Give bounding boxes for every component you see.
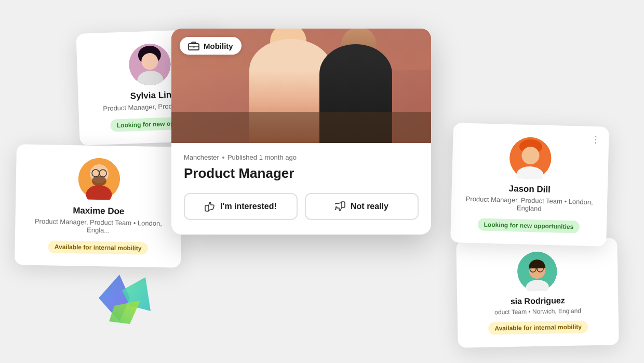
- photo-table: [171, 112, 431, 143]
- jason-menu-dots[interactable]: ⋮: [591, 134, 601, 145]
- jason-avatar: [509, 137, 552, 179]
- card-jason: ⋮ Jason Dill Product Manager, Product Te…: [450, 123, 609, 247]
- card-sofia: sia Rodriguez oduct Team • Norwich, Engl…: [456, 238, 619, 347]
- sylvia-avatar: [128, 43, 171, 86]
- maxime-badge-wrap: Available for internal mobility: [27, 240, 168, 255]
- svg-rect-16: [193, 46, 195, 48]
- sofia-title: oduct Team • Norwich, England: [470, 307, 606, 317]
- thumbs-up-icon: [205, 201, 215, 212]
- maxime-badge: Available for internal mobility: [48, 240, 148, 254]
- mobility-badge: Mobility: [180, 37, 242, 55]
- main-card: Mobility Manchester Published 1 month ag…: [171, 29, 431, 235]
- jason-avatar-wrap: [464, 136, 596, 181]
- maxime-avatar: [78, 158, 120, 200]
- jason-badge: Looking for new opportunities: [477, 218, 580, 233]
- sofia-badge: Available for internal mobility: [488, 320, 588, 334]
- crystal-logo: [93, 264, 161, 332]
- main-card-body: Manchester Published 1 month ago Product…: [171, 143, 431, 235]
- jason-title: Product Manager, Product Team • London, …: [464, 195, 595, 214]
- scene: ⋮ Sylvia Lin Product Manager, Product Te…: [0, 0, 644, 363]
- main-card-meta: Manchester Published 1 month ago: [184, 153, 419, 161]
- maxime-name: Maxime Doe: [28, 205, 169, 218]
- sofia-name: sia Rodriguez: [469, 295, 606, 307]
- maxime-avatar-wrap: [28, 157, 170, 201]
- action-buttons: I'm interested! Not really: [184, 193, 419, 220]
- main-card-image: Mobility: [171, 29, 431, 143]
- not-really-button[interactable]: Not really: [305, 193, 419, 220]
- briefcase-icon: [188, 41, 199, 50]
- dot-separator: [222, 157, 224, 159]
- interested-label: I'm interested!: [220, 202, 277, 211]
- published-text: Published 1 month ago: [227, 153, 297, 161]
- sofia-avatar: [517, 251, 557, 291]
- jason-badge-wrap: Looking for new opportunities: [463, 218, 595, 234]
- jason-name: Jason Dill: [464, 183, 595, 197]
- interested-button[interactable]: I'm interested!: [184, 193, 298, 220]
- location-text: Manchester: [184, 153, 219, 161]
- maxime-title: Product Manager, Product Team • London, …: [28, 217, 169, 236]
- mobility-label: Mobility: [204, 42, 233, 50]
- sofia-avatar-wrap: [469, 251, 606, 293]
- job-title: Product Manager: [184, 165, 419, 182]
- thumbs-down-icon: [335, 201, 345, 212]
- card-maxime: Maxime Doe Product Manager, Product Team…: [15, 144, 183, 268]
- sofia-badge-wrap: Available for internal mobility: [470, 320, 606, 335]
- not-really-label: Not really: [351, 202, 388, 211]
